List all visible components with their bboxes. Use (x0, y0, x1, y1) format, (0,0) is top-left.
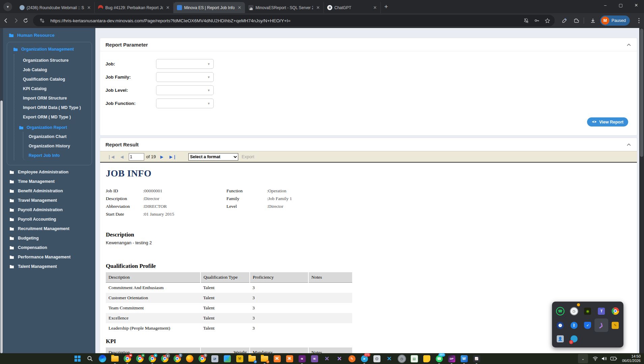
folder-tools-blue-icon[interactable]: ✦ (248, 355, 256, 363)
password-key-icon[interactable] (534, 18, 540, 24)
battery-icon[interactable] (610, 357, 617, 361)
sidebar-item-organization-history[interactable]: Organization History (23, 141, 90, 151)
bookmark-star-icon[interactable] (545, 18, 550, 24)
address-bar[interactable]: https://hris-kertasnusantara-dev.minovai… (33, 15, 555, 26)
folder-tools-orange-icon[interactable]: ✦ (260, 355, 269, 363)
job-function-dropdown[interactable]: ▼ (156, 99, 214, 108)
search-icon[interactable] (86, 355, 94, 363)
export-format-select[interactable]: Select a format (188, 153, 238, 161)
vscode-icon[interactable]: ✕ (385, 355, 393, 363)
sidebar-scrollbar[interactable] (0, 28, 3, 353)
downloads-button[interactable] (588, 16, 598, 26)
close-icon[interactable]: ✕ (165, 5, 171, 10)
back-button[interactable] (2, 16, 10, 26)
report-result-header[interactable]: Report Result (100, 138, 637, 151)
first-page-button[interactable]: ❘◀ (107, 155, 114, 159)
close-icon[interactable]: ✕ (237, 5, 242, 10)
visual-studio-4-icon[interactable]: ✕ (335, 355, 343, 363)
whatsapp-icon[interactable]: ☎99+ (435, 355, 443, 363)
job-family-dropdown[interactable]: ▼ (156, 72, 214, 82)
notifier-tray-icon[interactable]: 1 (567, 332, 581, 345)
clock-app-icon[interactable]: ◷ (398, 355, 406, 363)
sidebar-scrollbar-thumb[interactable] (0, 101, 3, 353)
sidebar-item-benefit-administration[interactable]: Benefit Administration (0, 186, 95, 196)
sidebar-item-talent-management[interactable]: Talent Management (0, 262, 95, 271)
word-icon[interactable]: W (460, 355, 468, 363)
feather-tray-icon[interactable]: ❯ (594, 318, 608, 332)
taskbar-clock[interactable]: 14:50 06/01/2026 (622, 354, 641, 363)
whatsapp-tray-icon[interactable]: ☎ (553, 304, 567, 318)
notifications-blocked-icon[interactable] (523, 18, 529, 24)
chrome-profile-dark-icon[interactable]: ◎ (161, 355, 169, 363)
sidebar-item-organization-report[interactable]: Organization Report (14, 122, 90, 132)
screen-picker-icon[interactable] (559, 16, 570, 26)
reload-button[interactable] (22, 16, 29, 26)
remote-desktop-icon[interactable]: 🖳 (211, 355, 219, 363)
sidebar-item-import-orm-data[interactable]: Import ORM Data ( MD Type ) (14, 103, 90, 112)
firefox-icon[interactable] (186, 355, 194, 363)
alarm-tray-icon[interactable]: ◷ (567, 304, 581, 318)
sidebar-item-payroll-administration[interactable]: Payroll Administration (0, 205, 95, 215)
close-icon[interactable]: ✕ (372, 5, 378, 10)
sidebar-item-organization-structure[interactable]: Organization Structure (14, 56, 90, 65)
chrome-profile-s-icon[interactable]: S (198, 355, 206, 363)
chrome-tray-icon[interactable] (608, 304, 622, 318)
new-tab-button[interactable]: + (384, 3, 388, 10)
oracle-pen-icon[interactable]: ✎ (348, 355, 356, 363)
wifi-icon[interactable] (592, 356, 598, 361)
teams-tray-icon[interactable]: T (594, 304, 608, 318)
tab-ssms[interactable]: MinovaESReport - SQL Server 2 ✕ (245, 2, 324, 13)
excel-chart-icon[interactable]: 📈 (472, 355, 481, 363)
sidebar-item-organization-management[interactable]: Organization Management (9, 45, 90, 54)
sidebar-item-employee-administration[interactable]: Employee Administration (0, 167, 95, 177)
window-close-button[interactable]: ✕ (628, 0, 644, 10)
sidebar-item-qualification-catalog[interactable]: Qualification Catalog (14, 75, 90, 84)
chrome-profile-a-icon[interactable]: A (136, 355, 144, 363)
visual-studio-3-icon[interactable]: ✕ (323, 355, 331, 363)
windows-security-tray-icon[interactable]: ✔ (581, 318, 595, 332)
sticky-notes-icon[interactable] (423, 355, 431, 363)
edge-icon[interactable] (98, 355, 106, 363)
database-tools-icon[interactable]: ⚒ (236, 355, 244, 363)
job-level-dropdown[interactable]: ▼ (156, 85, 214, 95)
chrome-profile-a2-icon[interactable]: a (148, 355, 156, 363)
profile-sync-paused-button[interactable]: M Paused (600, 16, 630, 26)
job-dropdown[interactable]: ▼ (156, 59, 214, 69)
report-parameter-header[interactable]: Report Parameter (100, 38, 637, 51)
last-page-button[interactable]: ▶❘ (170, 155, 177, 159)
tab-chatgpt[interactable]: ✻ ChatGPT ✕ (324, 2, 381, 13)
clock-tray-icon[interactable]: 🕒 (553, 318, 567, 332)
tab-redmine[interactable]: Bug #4129: Perbaikan Report Jo ✕ (95, 2, 174, 13)
sidebar-item-organization-chart[interactable]: Organization Chart (23, 132, 90, 141)
sidebar-item-report-job-info[interactable]: Report Job Info (23, 151, 90, 160)
visual-studio-2-icon[interactable]: ∝ (310, 355, 318, 363)
window-minimize-button[interactable]: – (597, 0, 613, 10)
window-maximize-button[interactable]: ▢ (613, 0, 628, 10)
sidebar-item-recruitment-management[interactable]: Recruitment Management (0, 224, 95, 233)
tab-roundcube[interactable]: (2436) Roundcube Webmail :: S ✕ (16, 2, 95, 13)
forward-button[interactable] (12, 16, 20, 26)
mysql-notifier-tray-icon[interactable]: ✎ (608, 318, 622, 332)
view-report-button[interactable]: View Report (587, 117, 628, 127)
page-scrollbar-thumb[interactable] (640, 29, 643, 157)
start-button-icon[interactable] (73, 355, 82, 363)
collapse-chevron-icon[interactable] (627, 41, 631, 48)
site-info-icon[interactable] (39, 18, 45, 23)
page-number-input[interactable] (129, 153, 144, 161)
visual-studio-icon[interactable]: ∝ (298, 355, 306, 363)
tab-search-button[interactable]: ▾ (3, 2, 12, 11)
collapse-chevron-icon[interactable] (627, 141, 631, 147)
settings-gear-icon[interactable]: ⚙ (373, 355, 381, 363)
sidebar-item-budgeting[interactable]: Budgeting (0, 233, 95, 243)
close-icon[interactable]: ✕ (315, 5, 321, 10)
sidebar-item-travel-management[interactable]: Travel Management (0, 196, 95, 205)
previous-page-button[interactable]: ◀ (120, 155, 123, 159)
browser-menu-button[interactable] (634, 16, 644, 26)
next-page-button[interactable]: ▶ (160, 155, 163, 159)
chrome-profile-t-icon[interactable]: T (173, 355, 181, 363)
volume-icon[interactable] (602, 356, 607, 361)
report-editor-icon[interactable]: ▤ (410, 355, 418, 363)
extensions-icon[interactable] (572, 16, 582, 26)
xampp-icon[interactable]: Ж (273, 355, 281, 363)
tab-minova-active[interactable]: Minova ES | Report Job Info ✕ (174, 2, 245, 13)
